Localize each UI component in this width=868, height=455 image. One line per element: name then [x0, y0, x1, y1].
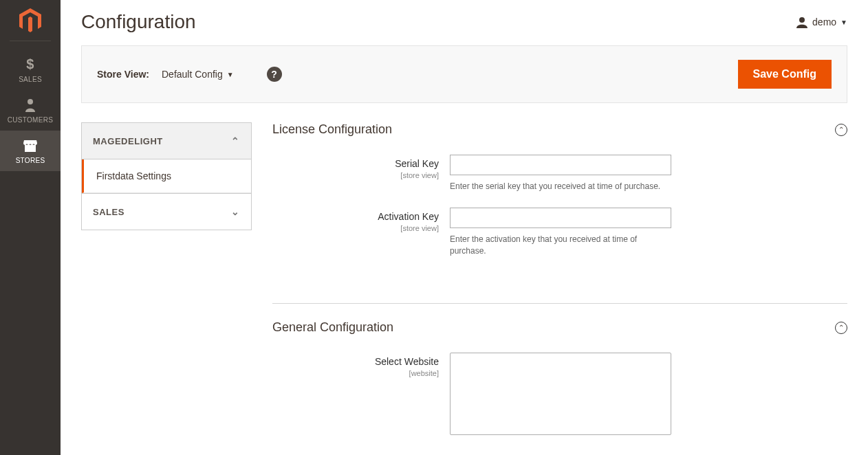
fieldset-title: License Configuration: [272, 122, 392, 137]
account-name: demo: [812, 16, 836, 27]
field-activation-key: Activation Key [store view] Enter the ac…: [272, 208, 847, 257]
admin-sidebar: $ SALES CUSTOMERS STORES: [0, 0, 61, 455]
section-header[interactable]: SALES ⌄: [82, 194, 251, 230]
side-nav-item-label: Firstdata Settings: [96, 170, 171, 181]
collapse-icon: ⌃: [835, 322, 847, 334]
select-website-input[interactable]: [450, 353, 671, 435]
nav-stores[interactable]: STORES: [0, 131, 61, 171]
fieldset-header[interactable]: General Configuration ⌃: [272, 320, 847, 335]
fieldset-general: General Configuration ⌃ Select Website […: [272, 303, 847, 455]
chevron-down-icon: ▼: [227, 71, 234, 78]
collapse-icon: ⌃: [835, 124, 847, 136]
store-view-bar: Store View: Default Config ▼ ? Save Conf…: [81, 45, 847, 103]
chevron-down-icon: ▼: [840, 19, 847, 26]
fieldset-license: License Configuration ⌃ Serial Key [stor…: [272, 122, 847, 289]
side-nav-section-sales: SALES ⌄: [82, 193, 251, 230]
activation-key-input[interactable]: [450, 208, 671, 228]
svg-point-3: [799, 17, 805, 23]
nav-customers[interactable]: CUSTOMERS: [0, 90, 61, 131]
svg-rect-2: [25, 145, 36, 152]
section-label: SALES: [93, 207, 124, 217]
field-label: Select Website: [375, 356, 439, 367]
dollar-icon: $: [0, 56, 61, 73]
store-view-select[interactable]: Default Config ▼: [162, 69, 234, 80]
chevron-up-icon: ⌃: [231, 135, 240, 146]
nav-label: SALES: [19, 76, 42, 83]
field-scope: [website]: [272, 369, 439, 377]
save-config-button[interactable]: Save Config: [738, 60, 832, 89]
fieldset-title: General Configuration: [272, 320, 393, 335]
magento-logo[interactable]: [10, 8, 51, 41]
field-label: Serial Key: [395, 158, 439, 169]
page-title: Configuration: [81, 11, 196, 33]
side-nav-section-magedelight: MAGEDELIGHT ⌃ Firstdata Settings: [82, 123, 251, 193]
field-scope: [store view]: [272, 224, 439, 232]
person-icon: [0, 98, 61, 113]
main-content: Configuration demo ▼ Store View: Default…: [61, 0, 868, 455]
field-note: Enter the serial key that you received a…: [450, 181, 671, 192]
field-label: Activation Key: [378, 211, 439, 222]
section-label: MAGEDELIGHT: [93, 136, 163, 146]
serial-key-input[interactable]: [450, 155, 671, 175]
account-menu[interactable]: demo ▼: [796, 16, 847, 28]
field-serial-key: Serial Key [store view] Enter the serial…: [272, 155, 847, 192]
config-content: License Configuration ⌃ Serial Key [stor…: [272, 122, 847, 455]
nav-label: STORES: [16, 157, 45, 164]
help-icon[interactable]: ?: [267, 67, 282, 82]
field-scope: [store view]: [272, 171, 439, 179]
chevron-down-icon: ⌄: [231, 206, 240, 217]
fieldset-header[interactable]: License Configuration ⌃: [272, 122, 847, 137]
store-view-value: Default Config: [162, 69, 223, 80]
nav-sales[interactable]: $ SALES: [0, 48, 61, 90]
field-select-website: Select Website [website]: [272, 353, 847, 436]
svg-point-1: [28, 99, 33, 104]
store-view-label: Store View:: [97, 69, 149, 80]
nav-label: CUSTOMERS: [8, 116, 53, 124]
svg-text:$: $: [26, 56, 34, 71]
config-side-nav: MAGEDELIGHT ⌃ Firstdata Settings SALES ⌄: [81, 122, 252, 230]
store-icon: [0, 139, 61, 154]
user-icon: [796, 16, 808, 28]
section-header[interactable]: MAGEDELIGHT ⌃: [82, 123, 251, 159]
side-nav-item-firstdata[interactable]: Firstdata Settings: [82, 159, 251, 193]
field-note: Enter the activation key that you receiv…: [450, 234, 671, 257]
